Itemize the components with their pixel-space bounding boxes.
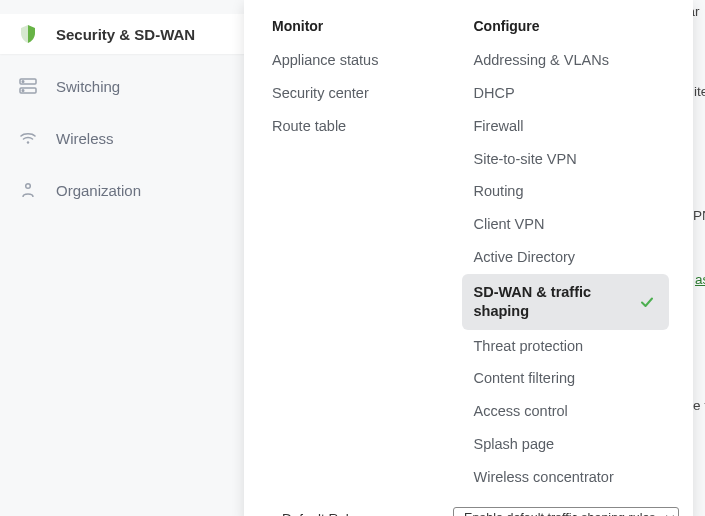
bg-fragment-et: e t — [693, 398, 705, 413]
sidebar-item-label: Switching — [56, 78, 120, 95]
menu-item-splash-page[interactable]: Splash page — [474, 428, 676, 461]
sidebar-item-wireless[interactable]: Wireless — [0, 118, 257, 158]
nav-dropdown-panel: Monitor Appliance status Security center… — [244, 0, 693, 516]
col-header-configure: Configure — [474, 18, 676, 34]
organization-icon — [18, 180, 38, 200]
bg-fragment-link[interactable]: as — [695, 272, 705, 287]
sidebar-item-label: Security & SD-WAN — [56, 26, 195, 43]
menu-item-active-directory[interactable]: Active Directory — [474, 241, 676, 274]
menu-item-access-control[interactable]: Access control — [474, 395, 676, 428]
wireless-icon — [18, 128, 38, 148]
menu-item-threat-protection[interactable]: Threat protection — [474, 330, 676, 363]
menu-item-addressing-vlans[interactable]: Addressing & VLANs — [474, 44, 676, 77]
menu-item-security-center[interactable]: Security center — [272, 77, 474, 110]
bottom-row: Default Rules Enable default traffic sha… — [282, 507, 679, 516]
menu-item-sdwan-traffic-shaping[interactable]: SD-WAN & traffic shaping — [462, 274, 670, 330]
sidebar: Security & SD-WAN Switching Wireless — [0, 0, 257, 516]
menu-item-route-table[interactable]: Route table — [272, 110, 474, 143]
sidebar-item-label: Organization — [56, 182, 141, 199]
menu-item-wireless-concentrator[interactable]: Wireless concentrator — [474, 461, 676, 494]
bg-fragment-pn: PN — [693, 208, 705, 223]
dropdown-col-configure: Configure Addressing & VLANs DHCP Firewa… — [474, 18, 676, 494]
svg-point-3 — [22, 90, 24, 92]
dropdown-col-monitor: Monitor Appliance status Security center… — [272, 18, 474, 494]
sidebar-item-organization[interactable]: Organization — [0, 170, 257, 210]
menu-item-routing[interactable]: Routing — [474, 175, 676, 208]
menu-item-client-vpn[interactable]: Client VPN — [474, 208, 676, 241]
svg-point-2 — [22, 81, 24, 83]
svg-point-5 — [26, 184, 31, 189]
col-header-monitor: Monitor — [272, 18, 474, 34]
menu-item-appliance-status[interactable]: Appliance status — [272, 44, 474, 77]
menu-item-label: SD-WAN & traffic shaping — [474, 284, 592, 319]
switching-icon — [18, 76, 38, 96]
bg-fragment-ite: ite — [694, 84, 705, 99]
default-rules-select[interactable]: Enable default traffic shaping rules — [453, 507, 679, 516]
menu-item-content-filtering[interactable]: Content filtering — [474, 362, 676, 395]
svg-point-4 — [27, 141, 29, 143]
check-icon — [639, 294, 655, 310]
default-rules-label: Default Rules — [282, 511, 363, 517]
shield-icon — [18, 24, 38, 44]
menu-item-dhcp[interactable]: DHCP — [474, 77, 676, 110]
sidebar-item-switching[interactable]: Switching — [0, 66, 257, 106]
sidebar-item-label: Wireless — [56, 130, 114, 147]
sidebar-item-security-sdwan[interactable]: Security & SD-WAN — [0, 14, 257, 54]
menu-item-site-to-site-vpn[interactable]: Site-to-site VPN — [474, 143, 676, 176]
menu-item-firewall[interactable]: Firewall — [474, 110, 676, 143]
